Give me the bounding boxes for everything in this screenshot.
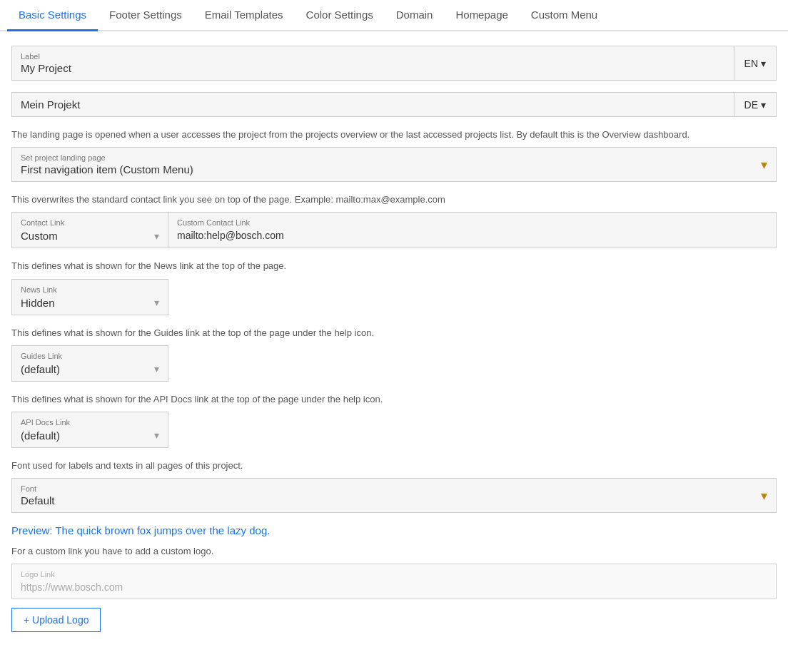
label-de-row: DE ▾ bbox=[11, 92, 777, 117]
guides-link-description: This defines what is shown for the Guide… bbox=[11, 327, 777, 340]
label-en-row: Label EN ▾ bbox=[11, 46, 777, 81]
lang-en-chevron: ▾ bbox=[761, 58, 766, 69]
contact-link-section: This overwrites the standard contact lin… bbox=[11, 193, 777, 248]
lang-de-label: DE bbox=[744, 99, 758, 111]
font-chevron: ▾ bbox=[761, 488, 767, 504]
font-section: Font used for labels and texts in all pa… bbox=[11, 459, 777, 513]
contact-link-select-value: Custom bbox=[21, 230, 58, 242]
tab-domain[interactable]: Domain bbox=[385, 0, 445, 31]
guides-link-select-row: (default) ▾ bbox=[21, 363, 159, 375]
lang-de-chevron: ▾ bbox=[761, 99, 766, 111]
guides-link-section: This defines what is shown for the Guide… bbox=[11, 327, 777, 382]
label-en-input-wrapper: Label bbox=[12, 46, 734, 80]
lang-de-selector[interactable]: DE ▾ bbox=[734, 93, 776, 116]
label-de-input[interactable] bbox=[21, 98, 725, 111]
news-link-section: This defines what is shown for the News … bbox=[11, 260, 777, 315]
font-inner: Font Default bbox=[21, 484, 55, 506]
api-docs-link-section: This defines what is shown for the API D… bbox=[11, 393, 777, 448]
landing-page-value: First navigation item (Custom Menu) bbox=[21, 163, 193, 175]
nav-tabs: Basic Settings Footer Settings Email Tem… bbox=[0, 0, 788, 31]
api-docs-link-description: This defines what is shown for the API D… bbox=[11, 393, 777, 406]
contact-link-select[interactable]: Contact Link Custom ▾ bbox=[11, 212, 168, 248]
preview-text: Preview: The quick brown fox jumps over … bbox=[11, 524, 777, 536]
logo-link-input-wrapper: Logo Link bbox=[11, 564, 777, 599]
label-en-input[interactable] bbox=[21, 62, 725, 74]
contact-link-row: Contact Link Custom ▾ Custom Contact Lin… bbox=[11, 212, 777, 248]
logo-link-field-label: Logo Link bbox=[21, 570, 767, 579]
contact-link-chevron: ▾ bbox=[154, 230, 159, 242]
landing-page-select[interactable]: Set project landing page First navigatio… bbox=[11, 147, 777, 182]
contact-link-select-label: Contact Link bbox=[21, 218, 64, 227]
api-docs-link-select-value: (default) bbox=[21, 429, 60, 442]
landing-page-chevron: ▾ bbox=[761, 157, 767, 173]
custom-contact-label: Custom Contact Link bbox=[177, 218, 767, 227]
api-docs-link-chevron: ▾ bbox=[154, 429, 159, 441]
guides-link-select-value: (default) bbox=[21, 363, 60, 375]
tab-custom-menu[interactable]: Custom Menu bbox=[520, 0, 609, 31]
news-link-select-label: News Link bbox=[21, 285, 57, 294]
news-link-chevron: ▾ bbox=[154, 297, 159, 308]
api-docs-link-select-row: (default) ▾ bbox=[21, 429, 159, 442]
logo-link-input[interactable] bbox=[21, 581, 767, 593]
custom-contact-input-wrapper: Custom Contact Link bbox=[168, 212, 777, 248]
upload-logo-button[interactable]: + Upload Logo bbox=[11, 608, 101, 632]
custom-contact-input[interactable] bbox=[177, 230, 767, 241]
lang-en-label: EN bbox=[744, 58, 758, 69]
font-field-label: Font bbox=[21, 484, 55, 493]
news-link-select-row: Hidden ▾ bbox=[21, 297, 159, 309]
label-de-input-wrapper bbox=[12, 93, 734, 116]
tab-color-settings[interactable]: Color Settings bbox=[295, 0, 385, 31]
guides-link-chevron: ▾ bbox=[154, 363, 159, 375]
contact-link-description: This overwrites the standard contact lin… bbox=[11, 193, 777, 206]
landing-page-section: The landing page is opened when a user a… bbox=[11, 128, 777, 182]
guides-link-select-label: Guides Link bbox=[21, 352, 62, 360]
contact-link-select-row: Custom ▾ bbox=[21, 230, 159, 242]
api-docs-link-select-label: API Docs Link bbox=[21, 418, 70, 427]
guides-link-select[interactable]: Guides Link (default) ▾ bbox=[11, 345, 168, 382]
tab-email-templates[interactable]: Email Templates bbox=[193, 0, 295, 31]
main-content: Label EN ▾ DE ▾ The landing page is open… bbox=[0, 31, 788, 658]
news-link-select-value: Hidden bbox=[21, 297, 55, 309]
font-value: Default bbox=[21, 494, 55, 506]
logo-link-section: For a custom link you have to add a cust… bbox=[11, 545, 777, 632]
landing-page-set-label: Set project landing page bbox=[21, 153, 193, 162]
tab-footer-settings[interactable]: Footer Settings bbox=[98, 0, 193, 31]
news-link-select[interactable]: News Link Hidden ▾ bbox=[11, 279, 168, 315]
tab-homepage[interactable]: Homepage bbox=[444, 0, 519, 31]
font-select[interactable]: Font Default ▾ bbox=[11, 478, 777, 513]
logo-link-description: For a custom link you have to add a cust… bbox=[11, 545, 777, 558]
label-de-section: DE ▾ bbox=[11, 92, 777, 117]
label-en-section: Label EN ▾ bbox=[11, 46, 777, 81]
landing-page-inner: Set project landing page First navigatio… bbox=[21, 153, 193, 175]
lang-en-selector[interactable]: EN ▾ bbox=[734, 46, 776, 80]
font-description: Font used for labels and texts in all pa… bbox=[11, 459, 777, 472]
news-link-description: This defines what is shown for the News … bbox=[11, 260, 777, 273]
label-en-field-label: Label bbox=[21, 52, 725, 61]
tab-basic-settings[interactable]: Basic Settings bbox=[7, 0, 98, 31]
landing-page-description: The landing page is opened when a user a… bbox=[11, 128, 777, 141]
api-docs-link-select[interactable]: API Docs Link (default) ▾ bbox=[11, 412, 168, 448]
